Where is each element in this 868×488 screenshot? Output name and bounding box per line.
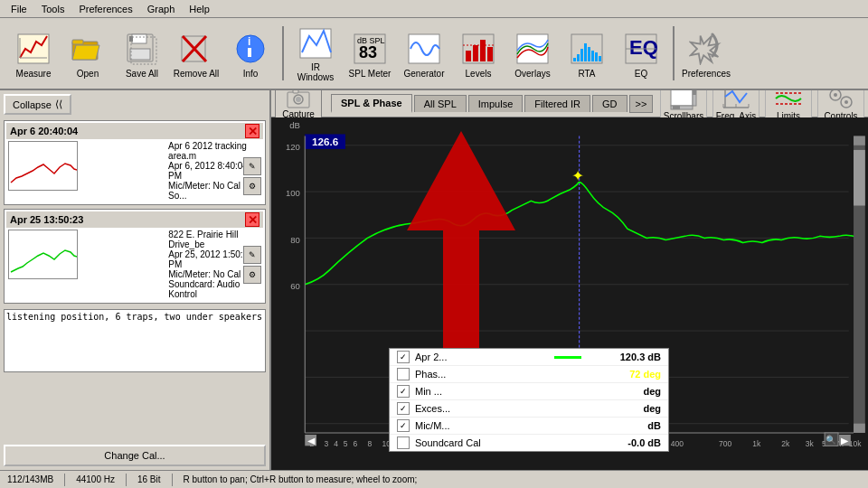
spl-meter-icon: dB SPL 83 bbox=[352, 31, 388, 67]
save-all-label: Save All bbox=[126, 69, 158, 79]
save-all-button[interactable]: Save All bbox=[116, 22, 168, 85]
info-color-2 bbox=[554, 373, 581, 376]
measurement-2-edit-icon[interactable]: ✎ bbox=[243, 246, 261, 264]
info-icon: i bbox=[232, 31, 269, 67]
rta-button[interactable]: RTA bbox=[561, 22, 613, 85]
svg-rect-108 bbox=[854, 424, 865, 433]
tab-impulse[interactable]: Impulse bbox=[468, 95, 524, 112]
svg-rect-44 bbox=[293, 90, 298, 93]
svg-rect-31 bbox=[580, 49, 583, 61]
svg-rect-50 bbox=[673, 106, 680, 109]
tab-more[interactable]: >> bbox=[629, 95, 654, 113]
tab-spl-phase[interactable]: SPL & Phase bbox=[331, 94, 412, 113]
menu-tools[interactable]: Tools bbox=[34, 2, 72, 16]
measurement-1-icons: ✎ ⚙ bbox=[243, 157, 261, 195]
menu-preferences[interactable]: Preferences bbox=[71, 2, 139, 16]
rta-label: RTA bbox=[578, 69, 595, 79]
svg-rect-20 bbox=[409, 34, 439, 63]
graph-area: dB 120 100 80 60 126.6 ✦ 2 3 4 5 6 bbox=[271, 117, 868, 470]
eq-button[interactable]: EQ EQ bbox=[615, 22, 667, 85]
status-hint: R button to pan; Ctrl+R button to measur… bbox=[184, 474, 418, 484]
svg-text:83: 83 bbox=[359, 43, 377, 61]
info-row-2: Phas... 72 deg bbox=[390, 366, 668, 383]
info-row-4: ✓ Exces... deg bbox=[390, 400, 668, 418]
right-panel: Capture SPL & Phase All SPL Impulse Filt… bbox=[271, 90, 868, 470]
info-value-5: dB bbox=[589, 420, 661, 431]
info-label-6: Soundcard Cal bbox=[415, 437, 554, 448]
preferences-button[interactable]: Preferences bbox=[680, 22, 732, 85]
overlays-label: Overlays bbox=[514, 69, 550, 79]
statusbar: 112/143MB 44100 Hz 16 Bit R button to pa… bbox=[0, 470, 868, 488]
info-value-4: deg bbox=[589, 403, 661, 414]
status-sep-3 bbox=[172, 474, 173, 486]
svg-text:120: 120 bbox=[286, 142, 300, 152]
info-check-6[interactable] bbox=[397, 436, 410, 449]
menubar: File Tools Preferences Graph Help bbox=[0, 0, 868, 18]
info-button[interactable]: i Info bbox=[224, 22, 277, 85]
levels-label: Levels bbox=[466, 69, 492, 79]
generator-button[interactable]: Generator bbox=[398, 22, 450, 85]
change-cal-button[interactable]: Change Cal... bbox=[4, 445, 266, 466]
svg-text:1k: 1k bbox=[752, 439, 761, 448]
info-check-1[interactable]: ✓ bbox=[397, 351, 410, 363]
open-button[interactable]: Open bbox=[61, 22, 114, 85]
generator-label: Generator bbox=[403, 69, 444, 79]
toolbar-separator-1 bbox=[282, 26, 284, 80]
svg-text:◀: ◀ bbox=[307, 436, 315, 446]
svg-rect-35 bbox=[595, 52, 598, 61]
measure-icon bbox=[15, 31, 52, 67]
svg-point-59 bbox=[834, 93, 837, 97]
menu-graph[interactable]: Graph bbox=[140, 2, 183, 16]
info-check-2[interactable] bbox=[397, 368, 410, 380]
svg-rect-46 bbox=[671, 90, 693, 106]
info-check-5[interactable]: ✓ bbox=[397, 419, 410, 432]
overlays-button[interactable]: Overlays bbox=[506, 22, 559, 85]
measurement-1-edit-icon[interactable]: ✎ bbox=[243, 157, 261, 175]
menu-file[interactable]: File bbox=[4, 2, 34, 16]
levels-button[interactable]: Levels bbox=[452, 22, 505, 85]
svg-rect-24 bbox=[480, 40, 486, 61]
info-check-3[interactable]: ✓ bbox=[397, 385, 410, 398]
svg-rect-109 bbox=[854, 150, 865, 206]
tab-filtered-ir[interactable]: Filtered IR bbox=[524, 95, 590, 112]
svg-text:🔍: 🔍 bbox=[826, 435, 836, 446]
menu-help[interactable]: Help bbox=[182, 2, 217, 16]
svg-rect-30 bbox=[577, 54, 580, 61]
measurement-1-options-icon[interactable]: ⚙ bbox=[243, 177, 261, 195]
svg-text:EQ: EQ bbox=[629, 36, 658, 59]
svg-text:i: i bbox=[248, 35, 250, 48]
svg-text:8: 8 bbox=[367, 439, 372, 448]
svg-text:2k: 2k bbox=[781, 439, 790, 448]
svg-rect-32 bbox=[584, 43, 587, 61]
measure-button[interactable]: Measure bbox=[7, 22, 60, 85]
info-check-4[interactable]: ✓ bbox=[397, 402, 410, 415]
main-area: Collapse ⟨⟨ Apr 6 20:40:04 ✕ Apr 6 2012 … bbox=[0, 90, 868, 470]
info-label-1: Apr 2... bbox=[415, 352, 554, 362]
spl-meter-button[interactable]: dB SPL 83 SPL Meter bbox=[344, 22, 396, 85]
info-label-5: Mic/M... bbox=[415, 420, 554, 431]
overlays-icon bbox=[514, 31, 551, 67]
measurement-2-close[interactable]: ✕ bbox=[245, 212, 259, 227]
svg-text:3k: 3k bbox=[806, 439, 815, 448]
remove-all-label: Remove All bbox=[174, 69, 220, 79]
svg-rect-7 bbox=[130, 49, 150, 60]
notes-input[interactable]: listening position, 6 traps, two under s… bbox=[4, 309, 266, 372]
measurement-2-options-icon[interactable]: ⚙ bbox=[243, 266, 261, 284]
svg-rect-23 bbox=[473, 45, 478, 61]
info-value-1: 120.3 dB bbox=[589, 352, 661, 362]
levels-icon bbox=[460, 31, 496, 67]
save-all-icon bbox=[124, 31, 160, 67]
svg-rect-33 bbox=[588, 47, 590, 61]
info-label-4: Exces... bbox=[415, 403, 554, 414]
tab-all-spl[interactable]: All SPL bbox=[414, 95, 467, 112]
tab-gd[interactable]: GD bbox=[592, 95, 627, 112]
collapse-button[interactable]: Collapse ⟨⟨ bbox=[4, 94, 71, 115]
ir-windows-button[interactable]: IR Windows bbox=[289, 22, 342, 85]
info-label: Info bbox=[243, 69, 259, 79]
status-sep-1 bbox=[64, 474, 65, 486]
remove-all-button[interactable]: Remove All bbox=[170, 22, 222, 85]
collapse-icon: ⟨⟨ bbox=[55, 99, 62, 110]
collapse-label: Collapse bbox=[13, 99, 52, 110]
svg-rect-107 bbox=[854, 136, 865, 145]
measurement-1-close[interactable]: ✕ bbox=[245, 124, 259, 138]
